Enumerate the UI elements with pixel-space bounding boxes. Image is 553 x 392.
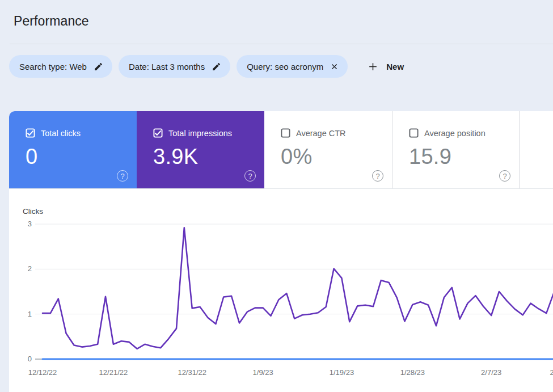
total-impressions-line [43,227,553,348]
y-axis-tick: 1 [0,309,32,319]
x-axis-label: 2/16/23 [550,368,553,377]
x-axis-label: 1/28/23 [400,368,425,377]
x-axis-label: 12/12/22 [28,368,57,377]
x-axis-label: 2/7/23 [481,368,501,377]
y-axis-tick: 0 [0,354,32,364]
clicks-impressions-chart: Clicks 0123 12/12/2212/21/2212/31/221/9/… [0,0,553,392]
x-axis-label: 12/31/22 [178,368,206,377]
performance-chart-plot[interactable] [0,0,553,392]
clicks-axis-title: Clicks [23,207,43,216]
x-axis-label: 12/21/22 [99,368,128,377]
y-axis-tick: 3 [0,219,32,229]
x-axis-label: 1/19/23 [330,368,354,377]
x-axis-label: 1/9/23 [253,368,273,377]
y-axis-tick: 2 [0,264,32,273]
